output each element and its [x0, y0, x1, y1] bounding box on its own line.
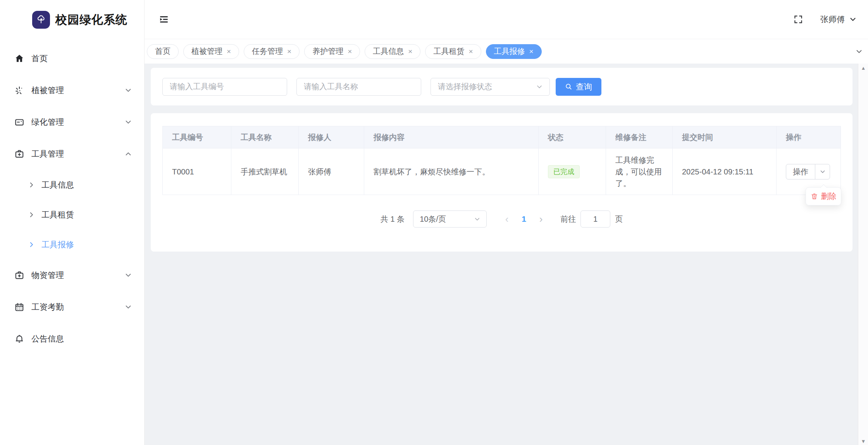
- col-time: 提交时间: [673, 126, 777, 148]
- repair-status-select[interactable]: 请选择报修状态: [431, 78, 550, 96]
- prev-page-button[interactable]: ‹: [498, 214, 515, 224]
- col-status: 状态: [539, 126, 606, 148]
- delete-menu-item[interactable]: 删除: [821, 191, 837, 202]
- sidebar-item-tool-info[interactable]: 工具信息: [0, 170, 144, 200]
- tabs: 首页 植被管理 × 任务管理 × 养护管理 × 工具信息 ×: [147, 44, 542, 59]
- table-row: T0001 手推式割草机 张师傅 割草机坏了，麻烦尽快维修一下。 已完成 工具维…: [163, 148, 841, 195]
- sidebar-item-payroll[interactable]: 工资考勤: [0, 291, 144, 323]
- row-action-caret[interactable]: [815, 164, 830, 179]
- table-header-row: 工具编号 工具名称 报修人 报修内容 状态 维修备注 提交时间 操作: [163, 126, 841, 148]
- sidebar-item-tools[interactable]: 工具管理: [0, 138, 144, 170]
- sidebar-item-vegetation[interactable]: 植被管理: [0, 74, 144, 106]
- card-icon: [14, 117, 24, 127]
- page-number-1[interactable]: 1: [515, 214, 532, 224]
- tab-label: 任务管理: [252, 46, 283, 57]
- page-size-select[interactable]: 10条/页: [413, 210, 487, 228]
- tab-close-icon[interactable]: ×: [408, 48, 412, 55]
- chevron-down-icon: [124, 303, 133, 311]
- tab-tool-rental[interactable]: 工具租赁 ×: [425, 44, 481, 59]
- pagination-goto: 前往 页: [560, 210, 623, 228]
- sidebar-item-materials[interactable]: 物资管理: [0, 259, 144, 291]
- chevron-down-icon: [536, 83, 543, 91]
- sidebar-collapse-button[interactable]: [159, 14, 169, 24]
- tab-vegetation[interactable]: 植被管理 ×: [183, 44, 239, 59]
- cell-time: 2025-04-12 09:15:11: [673, 148, 777, 195]
- tab-overflow-button[interactable]: [850, 39, 868, 64]
- arrow-right-icon: [28, 181, 35, 188]
- tab-tasks[interactable]: 任务管理 ×: [244, 44, 300, 59]
- search-button[interactable]: 查询: [556, 78, 601, 96]
- tab-close-icon[interactable]: ×: [227, 48, 231, 55]
- cell-reporter: 张师傅: [299, 148, 364, 195]
- chevron-down-icon: [124, 271, 133, 279]
- tab-maintenance[interactable]: 养护管理 ×: [304, 44, 360, 59]
- sidebar-item-label: 首页: [31, 53, 48, 64]
- home-icon: [14, 53, 24, 64]
- col-tool-code: 工具编号: [163, 126, 231, 148]
- sidebar-item-announcements[interactable]: 公告信息: [0, 323, 144, 355]
- tab-label: 工具报修: [494, 46, 525, 57]
- tab-label: 植被管理: [191, 46, 222, 57]
- goto-label: 前往: [560, 214, 576, 224]
- sidebar-item-tool-rental[interactable]: 工具租赁: [0, 200, 144, 229]
- col-tool-name: 工具名称: [231, 126, 299, 148]
- cell-tool-code: T0001: [163, 148, 231, 195]
- repair-table: 工具编号 工具名称 报修人 报修内容 状态 维修备注 提交时间 操作: [162, 126, 841, 195]
- scroll-up-arrow-icon[interactable]: ▲: [858, 65, 868, 71]
- fullscreen-button[interactable]: [793, 14, 803, 24]
- row-action-button[interactable]: 操作: [786, 164, 815, 179]
- chevron-down-icon: [474, 216, 481, 223]
- search-button-label: 查询: [576, 81, 592, 92]
- cell-status: 已完成: [539, 148, 606, 195]
- pagination: 共 1 条 10条/页 ‹ 1 › 前往 页: [162, 210, 841, 228]
- page-size-value: 10条/页: [420, 214, 474, 224]
- sidebar-item-greening[interactable]: 绿化管理: [0, 106, 144, 138]
- tab-tool-info[interactable]: 工具信息 ×: [365, 44, 420, 59]
- spark-icon: [14, 85, 24, 95]
- chevron-down-icon: [855, 47, 863, 56]
- filter-card: 请选择报修状态 查询: [151, 68, 852, 105]
- calendar-icon: [14, 302, 24, 312]
- col-reporter: 报修人: [299, 126, 364, 148]
- tab-tool-repair[interactable]: 工具报修 ×: [486, 44, 542, 59]
- tool-name-input[interactable]: [296, 78, 421, 96]
- col-remark: 维修备注: [606, 126, 673, 148]
- tool-code-input[interactable]: [162, 78, 287, 96]
- app-title: 校园绿化系统: [55, 12, 127, 28]
- bell-icon: [14, 334, 24, 344]
- scrollbar[interactable]: ▲ ▼: [858, 64, 868, 445]
- content-area: 请选择报修状态 查询: [145, 64, 858, 445]
- select-placeholder: 请选择报修状态: [438, 81, 536, 92]
- sidebar-item-tool-repair[interactable]: 工具报修: [0, 229, 144, 259]
- tab-label: 养护管理: [312, 46, 343, 57]
- next-page-button[interactable]: ›: [532, 214, 549, 224]
- chevron-down-icon: [124, 86, 133, 95]
- chevron-down-icon: [124, 118, 133, 126]
- sidebar-item-label: 物资管理: [31, 270, 64, 281]
- sidebar-item-home[interactable]: 首页: [0, 43, 144, 74]
- tab-close-icon[interactable]: ×: [468, 48, 473, 55]
- tab-close-icon[interactable]: ×: [529, 48, 534, 55]
- tab-close-icon[interactable]: ×: [348, 48, 352, 55]
- search-icon: [565, 83, 572, 90]
- fullscreen-icon: [793, 14, 803, 24]
- sidebar-item-label: 工资考勤: [31, 302, 64, 312]
- fold-icon: [159, 14, 169, 24]
- row-action-split-button: 操作: [786, 164, 830, 179]
- col-actions: 操作: [777, 126, 841, 148]
- box-icon: [14, 270, 24, 280]
- user-menu[interactable]: 张师傅: [820, 14, 857, 25]
- app-root: 校园绿化系统 首页 植被管理: [0, 0, 868, 445]
- tab-close-icon[interactable]: ×: [287, 48, 291, 55]
- tab-home[interactable]: 首页: [147, 44, 179, 59]
- user-name: 张师傅: [820, 14, 845, 25]
- toolbox-icon: [14, 149, 24, 159]
- goto-page-input[interactable]: [580, 210, 610, 228]
- scroll-down-arrow-icon[interactable]: ▼: [858, 438, 868, 444]
- cell-content: 割草机坏了，麻烦尽快维修一下。: [364, 148, 539, 195]
- tab-label: 首页: [155, 46, 170, 57]
- tree-logo-icon: [32, 11, 50, 29]
- col-content: 报修内容: [364, 126, 539, 148]
- cell-remark: 工具维修完成，可以使用了。: [606, 148, 673, 195]
- header-right: 张师傅: [793, 14, 857, 25]
